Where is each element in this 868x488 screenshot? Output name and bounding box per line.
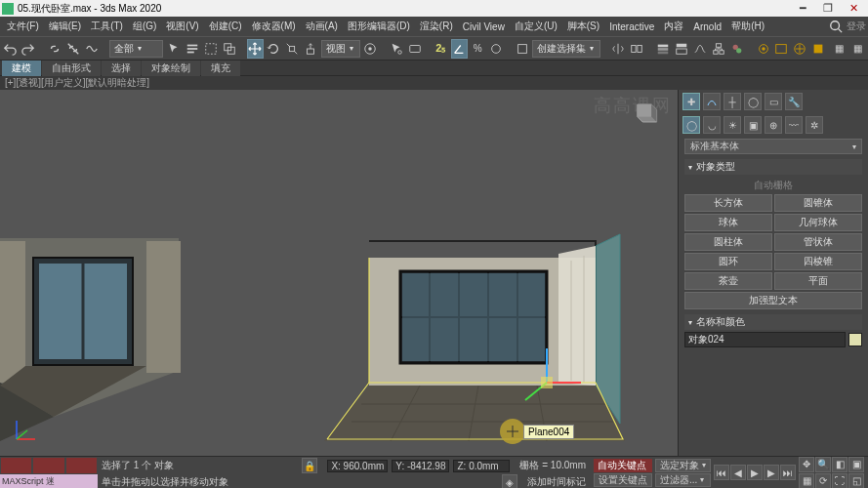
play-next[interactable]: ▶ (764, 465, 779, 480)
select-scale-button[interactable] (284, 39, 301, 59)
ribbon-tab-modeling[interactable]: 建模 (2, 61, 41, 76)
menu-file[interactable]: 文件(F) (2, 18, 44, 35)
prim-tube[interactable]: 管状体 (774, 233, 862, 251)
menu-customize[interactable]: 自定义(U) (510, 18, 562, 35)
select-move-button[interactable] (247, 39, 264, 59)
schematic-view-button[interactable] (710, 39, 726, 59)
named-selection-dropdown[interactable]: 创建选择集 (532, 40, 600, 58)
select-manipulate-button[interactable] (388, 39, 404, 59)
subtab-cameras[interactable]: ▣ (744, 116, 762, 134)
prim-cone[interactable]: 圆锥体 (774, 194, 862, 212)
prim-sphere[interactable]: 球体 (684, 214, 772, 231)
tab-create[interactable]: ✚ (682, 93, 700, 110)
nav-zoom[interactable]: 🔍 (815, 457, 831, 472)
snap-toggle-2[interactable]: 2₅ (433, 39, 449, 59)
nav-zoomall[interactable]: ▦ (799, 473, 814, 489)
close-button[interactable]: ✕ (841, 1, 866, 17)
menu-modifiers[interactable]: 修改器(M) (247, 18, 301, 35)
prim-torus[interactable]: 圆环 (684, 253, 772, 270)
link-button[interactable] (47, 39, 63, 59)
setkey-button[interactable]: 设置关键点 (594, 473, 652, 487)
keymode-dropdown[interactable]: 选定对象 (655, 459, 711, 472)
menu-tools[interactable]: 工具(T) (86, 18, 128, 35)
select-object-button[interactable] (165, 39, 182, 59)
minimize-button[interactable]: ━ (790, 1, 815, 17)
selection-filter-dropdown[interactable]: 全部 (109, 40, 163, 58)
nav-orbit[interactable]: ⟳ (815, 473, 831, 489)
ribbon-tab-freeform[interactable]: 自由形式 (42, 61, 101, 76)
tab-modify[interactable] (703, 93, 721, 110)
isolate-button[interactable]: ◈ (502, 474, 517, 488)
search-icon[interactable] (829, 20, 843, 33)
prim-pyramid[interactable]: 四棱锥 (774, 253, 862, 270)
unlink-button[interactable] (65, 39, 82, 59)
select-rotate-button[interactable] (266, 39, 282, 59)
select-region-button[interactable] (202, 39, 219, 59)
rollout-objecttype[interactable]: 对象类型 (684, 159, 862, 175)
extras-2[interactable]: ▦ (849, 39, 866, 59)
keyfilters-button[interactable]: 过滤器... (655, 473, 711, 487)
timetag-button[interactable]: 添加时间标记 (527, 475, 586, 488)
select-place-button[interactable] (303, 39, 319, 59)
prim-textplus[interactable]: 加强型文本 (684, 292, 862, 309)
autogrid-checkbox[interactable]: 自动栅格 (684, 177, 862, 194)
play-end[interactable]: ⏭ (780, 465, 796, 480)
maxscript-listener[interactable]: MAXScript 迷 (0, 474, 98, 488)
viewport[interactable]: 高高课网 (0, 90, 678, 456)
subtab-geometry[interactable]: ◯ (682, 116, 700, 134)
play[interactable]: ▶ (747, 465, 763, 480)
anim-frames[interactable] (0, 457, 98, 474)
angle-snap-button[interactable] (451, 39, 468, 59)
nav-fov[interactable]: ◧ (832, 457, 847, 472)
prim-cylinder[interactable]: 圆柱体 (684, 233, 772, 251)
prim-box[interactable]: 长方体 (684, 194, 772, 212)
subtab-systems[interactable]: ✲ (806, 116, 823, 134)
render-button[interactable] (810, 39, 827, 59)
tab-display[interactable]: ▭ (765, 93, 782, 110)
menu-scripts[interactable]: 脚本(S) (562, 18, 604, 35)
ribbon-tab-selection[interactable]: 选择 (102, 61, 141, 76)
menu-arnold[interactable]: Arnold (688, 20, 726, 34)
coord-x[interactable]: X: 960.0mm (327, 460, 388, 472)
coord-z[interactable]: Z: 0.0mm (453, 460, 510, 472)
render-frame-button[interactable] (773, 39, 790, 59)
material-editor-button[interactable] (728, 39, 745, 59)
subtab-spacewarps[interactable]: 〰 (785, 116, 803, 134)
menu-animation[interactable]: 动画(A) (301, 18, 343, 35)
tab-motion[interactable]: ◯ (744, 93, 762, 110)
rollout-namecolor[interactable]: 名称和颜色 (684, 314, 862, 330)
redo-button[interactable] (21, 39, 37, 59)
select-by-name-button[interactable] (184, 39, 200, 59)
toggle-ribbon-button[interactable] (674, 39, 690, 59)
menu-interactive[interactable]: Interactive (604, 20, 659, 34)
undo-button[interactable] (2, 39, 19, 59)
ribbon-tab-populate[interactable]: 填充 (201, 61, 240, 76)
object-color-swatch[interactable] (848, 333, 862, 346)
menu-edit[interactable]: 编辑(E) (44, 18, 86, 35)
subtab-helpers[interactable]: ⊕ (765, 116, 782, 134)
use-pivot-center-button[interactable] (362, 39, 379, 59)
edit-selection-set-button[interactable] (514, 39, 530, 59)
object-name-input[interactable] (684, 332, 846, 347)
ribbon-tab-objectpaint[interactable]: 对象绘制 (142, 61, 200, 76)
align-button[interactable] (629, 39, 645, 59)
nav-maximize[interactable]: ⛶ (832, 473, 847, 489)
nav-minmax[interactable]: ◱ (848, 473, 864, 489)
menu-civilview[interactable]: Civil View (458, 20, 510, 34)
coord-y[interactable]: Y: -8412.98 (392, 460, 449, 472)
render-production-button[interactable] (792, 39, 808, 59)
menu-group[interactable]: 组(G) (128, 18, 161, 35)
extras-1[interactable]: ▦ (831, 39, 847, 59)
menu-view[interactable]: 视图(V) (161, 18, 203, 35)
play-prev[interactable]: ◀ (730, 465, 746, 480)
prim-geosphere[interactable]: 几何球体 (774, 214, 862, 231)
autokey-button[interactable]: 自动关键点 (594, 459, 652, 472)
tab-utilities[interactable]: 🔧 (785, 93, 803, 110)
menu-render[interactable]: 渲染(R) (415, 18, 458, 35)
viewcube[interactable] (627, 96, 662, 131)
menu-create[interactable]: 创建(C) (204, 18, 247, 35)
render-setup-button[interactable] (755, 39, 771, 59)
lock-selection-button[interactable]: 🔒 (302, 458, 317, 473)
layer-explorer-button[interactable] (655, 39, 672, 59)
keyboard-shortcut-button[interactable] (406, 39, 423, 59)
